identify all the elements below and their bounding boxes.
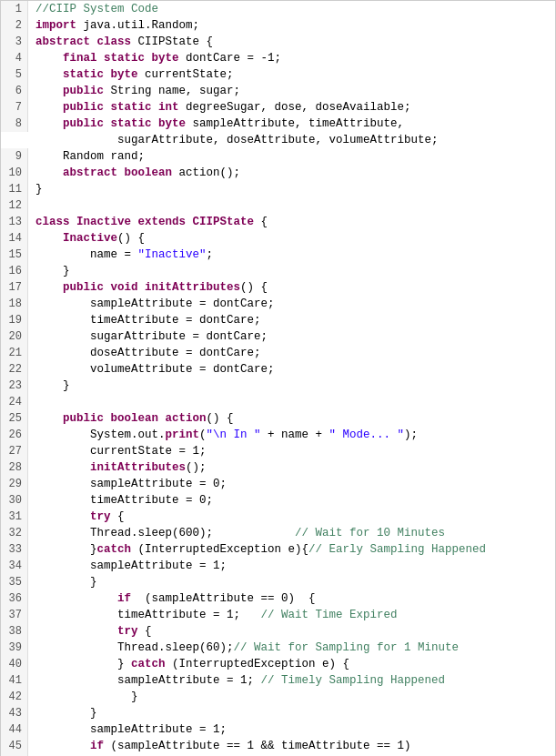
line-23: 23 } [1,378,555,394]
line-7: 7 public static int degreeSugar, dose, d… [1,99,555,116]
line-13: 13 class Inactive extends CIIPState { [1,214,555,230]
line-11: 11 } [1,181,555,197]
line-10: 10 abstract boolean action(); [1,165,555,181]
line-41: 41 sampleAttribute = 1; // Timely Sampli… [1,672,555,689]
line-30: 30 timeAttribute = 0; [1,492,555,509]
line-45: 45 if (sampleAttribute == 1 && timeAttri… [1,738,555,754]
line-36: 36 if (sampleAttribute == 0) { [1,590,555,607]
line-12: 12 [1,197,555,214]
line-34: 34 sampleAttribute = 1; [1,558,555,574]
line-4: 4 final static byte dontCare = -1; [1,50,555,66]
line-18: 18 sampleAttribute = dontCare; [1,296,555,312]
line-26: 26 System.out.print("\n In " + name + " … [1,427,555,443]
line-6: 6 public String name, sugar; [1,83,555,99]
line-31: 31 try { [1,509,555,525]
line-9: 9 Random rand; [1,148,555,165]
line-16: 16 } [1,263,555,279]
line-17: 17 public void initAttributes() { [1,279,555,296]
line-5: 5 static byte currentState; [1,66,555,83]
line-22: 22 volumeAttribute = dontCare; [1,361,555,378]
line-35: 35 } [1,574,555,590]
line-8b: sugarAttribute, doseAttribute, volumeAtt… [1,132,555,148]
line-21: 21 doseAttribute = dontCare; [1,345,555,361]
line-29: 29 sampleAttribute = 0; [1,476,555,492]
line-39: 39 Thread.sleep(60);// Wait for Sampling… [1,640,555,656]
line-1: 1 //CIIP System Code [1,1,555,17]
line-38: 38 try { [1,623,555,640]
line-42: 42 } [1,689,555,705]
line-27: 27 currentState = 1; [1,443,555,459]
line-40: 40 } catch (InterruptedException e) { [1,656,555,672]
line-15: 15 name = "Inactive"; [1,247,555,263]
line-3: 3 abstract class CIIPState { [1,34,555,50]
line-24: 24 [1,394,555,410]
line-25: 25 public boolean action() { [1,410,555,427]
line-20: 20 sugarAttribute = dontCare; [1,328,555,345]
line-37: 37 timeAttribute = 1; // Wait Time Expir… [1,607,555,623]
line-28: 28 initAttributes(); [1,459,555,476]
line-32: 32 Thread.sleep(600); // Wait for 10 Min… [1,525,555,541]
line-14: 14 Inactive() { [1,230,555,247]
line-44: 44 sampleAttribute = 1; [1,721,555,738]
line-8: 8 public static byte sampleAttribute, ti… [1,116,555,132]
code-editor: 1 //CIIP System Code 2 import java.util.… [0,0,556,756]
line-33: 33 }catch (InterruptedException e){// Ea… [1,541,555,558]
line-19: 19 timeAttribute = dontCare; [1,312,555,328]
line-2: 2 import java.util.Random; [1,17,555,34]
line-43: 43 } [1,705,555,721]
